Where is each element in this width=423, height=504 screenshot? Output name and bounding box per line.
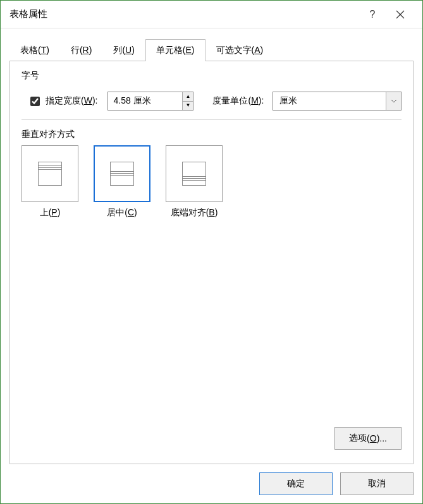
valign-top[interactable]: 上(P) (21, 145, 78, 219)
tab-alt-text[interactable]: 可选文字(A) (205, 39, 274, 61)
close-button[interactable] (386, 2, 415, 27)
valign-section-label: 垂直对齐方式 (21, 129, 402, 140)
window-title: 表格属性 (9, 8, 359, 20)
tab-strip: 表格(T) 行(R) 列(U) 单元格(E) 可选文字(A) (9, 39, 414, 61)
preferred-width-checkbox[interactable]: 指定宽度(W): (28, 95, 97, 108)
valign-center[interactable]: 居中(C) (94, 145, 150, 219)
cancel-button[interactable]: 取消 (340, 472, 414, 495)
align-center-icon (110, 162, 134, 186)
size-section-label: 字号 (21, 70, 402, 81)
align-bottom-icon (182, 162, 206, 186)
tab-row[interactable]: 行(R) (60, 39, 102, 61)
width-spin-down[interactable]: ▼ (183, 102, 193, 111)
tab-cell[interactable]: 单元格(E) (145, 39, 205, 61)
tab-column[interactable]: 列(U) (102, 39, 145, 61)
ok-button[interactable]: 确定 (259, 472, 333, 495)
preferred-width-input[interactable]: ▲ ▼ (107, 92, 193, 111)
width-spin-up[interactable]: ▲ (183, 92, 193, 102)
measure-unit-select[interactable]: 厘米 (273, 92, 402, 111)
cell-options-button[interactable]: 选项(O)... (334, 427, 402, 450)
valign-bottom[interactable]: 底端对齐(B) (166, 145, 223, 219)
measure-unit-label: 度量单位(M): (212, 95, 264, 107)
help-button[interactable]: ? (359, 2, 386, 27)
tab-table[interactable]: 表格(T) (9, 39, 60, 61)
align-top-icon (38, 162, 62, 186)
chevron-down-icon (386, 92, 401, 110)
